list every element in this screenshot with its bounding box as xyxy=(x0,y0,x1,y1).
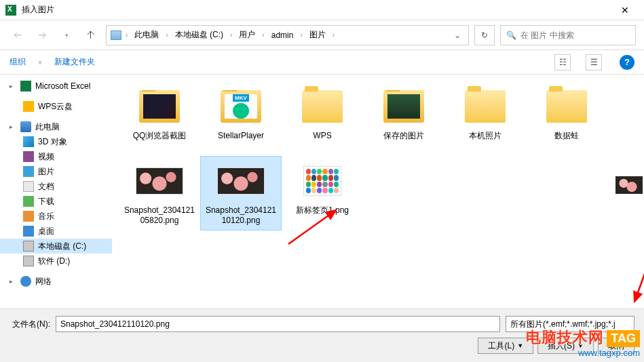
folder-icon xyxy=(23,196,34,207)
breadcrumb-seg[interactable]: 用户 xyxy=(236,28,258,42)
sidebar-item-label: 音乐 xyxy=(38,211,54,222)
chevron-right-icon: › xyxy=(124,31,129,39)
sidebar-item[interactable]: 3D 对象 xyxy=(0,134,112,149)
search-input[interactable] xyxy=(520,31,630,40)
sidebar-item[interactable]: 文档 xyxy=(0,179,112,194)
folder-icon xyxy=(20,81,31,92)
address-bar[interactable]: › 此电脑 › 本地磁盘 (C:) › 用户 › admin › 图片 › ⌄ xyxy=(106,25,469,45)
filename-input[interactable] xyxy=(56,316,500,332)
file-thumbnail xyxy=(380,86,428,127)
sidebar-item-label: WPS云盘 xyxy=(38,101,73,113)
folder-icon xyxy=(23,226,34,237)
file-item[interactable]: 本机照片 xyxy=(444,81,526,156)
excel-icon xyxy=(5,5,16,16)
folder-icon xyxy=(23,101,34,112)
separator: ▾ xyxy=(38,58,42,67)
caret-icon: ▸ xyxy=(10,123,16,130)
sidebar-item[interactable]: 图片 xyxy=(0,164,112,179)
file-thumbnail xyxy=(299,161,346,201)
file-label: 保存的图片 xyxy=(383,131,424,141)
folder-icon xyxy=(23,256,34,266)
sidebar-item[interactable]: 音乐 xyxy=(0,209,112,224)
chevron-right-icon: › xyxy=(164,31,169,39)
search-icon: 🔍 xyxy=(506,31,516,40)
window-title: 插入图片 xyxy=(22,4,611,16)
file-item[interactable]: Snapshot_230412105820.png xyxy=(119,156,200,230)
file-label: Snapshot_230412110120.png xyxy=(204,205,278,226)
chevron-right-icon: › xyxy=(299,31,303,39)
file-label: Snapshot_230412105820.png xyxy=(122,205,197,226)
view-icons-button[interactable]: ☷ xyxy=(554,54,571,71)
refresh-button[interactable]: ↻ xyxy=(474,25,495,45)
file-item[interactable]: Snapshot_230412110120.png xyxy=(200,156,282,230)
breadcrumb-seg[interactable]: 图片 xyxy=(307,28,328,42)
view-details-button[interactable]: ☰ xyxy=(586,54,602,71)
tools-button[interactable]: 工具(L)▼ xyxy=(478,338,533,354)
file-label: StellarPlayer xyxy=(218,131,264,141)
sidebar-item-label: 桌面 xyxy=(38,226,54,237)
file-list[interactable]: QQ浏览器截图MKVStellarPlayerWPS保存的图片本机照片数据蛙Sn… xyxy=(112,75,644,308)
folder-icon xyxy=(20,121,31,132)
breadcrumb-seg[interactable]: 此电脑 xyxy=(132,28,162,42)
sidebar-item[interactable]: WPS云盘 xyxy=(0,99,112,114)
file-item[interactable]: MKVStellarPlayer xyxy=(200,81,282,156)
chevron-right-icon: › xyxy=(229,31,233,39)
sidebar-item[interactable]: 下载 xyxy=(0,194,112,209)
sidebar-item[interactable]: 视频 xyxy=(0,149,112,164)
organize-button[interactable]: 组织 xyxy=(10,56,26,68)
file-thumbnail xyxy=(543,86,590,127)
sidebar-item-label: 软件 (D:) xyxy=(38,256,70,267)
sidebar-item[interactable]: ▸Microsoft Excel xyxy=(0,79,112,94)
sidebar-item[interactable]: 本地磁盘 (C:) xyxy=(0,239,112,254)
address-dropdown[interactable]: ⌄ xyxy=(451,31,464,40)
breadcrumb-seg[interactable]: 本地磁盘 (C:) xyxy=(172,28,226,42)
file-item[interactable]: 新标签页1.png xyxy=(282,156,363,230)
file-thumbnail xyxy=(217,161,265,201)
folder-icon xyxy=(23,211,34,222)
sidebar-item-label: Microsoft Excel xyxy=(35,81,90,91)
file-type-filter[interactable]: 所有图片(*.emf;*.wmf;*.jpg;*.j xyxy=(506,316,634,332)
help-button[interactable]: ? xyxy=(620,55,634,70)
file-item[interactable]: 数据蛙 xyxy=(526,81,607,156)
sidebar-item[interactable]: ▸此电脑 xyxy=(0,119,112,134)
new-folder-button[interactable]: 新建文件夹 xyxy=(54,56,95,68)
navbar: 🡠 🡢 ▾ 🡡 › 此电脑 › 本地磁盘 (C:) › 用户 › admin ›… xyxy=(0,20,644,50)
chevron-right-icon: › xyxy=(331,31,336,39)
file-label: 数据蛙 xyxy=(554,131,579,141)
footer: 文件名(N): 所有图片(*.emf;*.wmf;*.jpg;*.j 工具(L)… xyxy=(0,308,644,362)
back-button[interactable]: 🡠 xyxy=(8,26,27,45)
sidebar-item-label: 下载 xyxy=(38,196,54,207)
svg-line-1 xyxy=(634,227,644,302)
main-area: ▸Microsoft ExcelWPS云盘▸此电脑3D 对象视频图片文档下载音乐… xyxy=(0,75,644,308)
insert-button[interactable]: 插入(S)▼ xyxy=(537,338,594,354)
file-thumbnail xyxy=(136,161,183,201)
up-button[interactable]: 🡡 xyxy=(81,26,100,45)
caret-down-icon: ▼ xyxy=(577,342,584,349)
close-button[interactable]: ✕ xyxy=(611,5,639,16)
folder-icon xyxy=(23,151,34,162)
sidebar-item[interactable]: ▸网络 xyxy=(0,274,112,289)
file-item[interactable]: 保存的图片 xyxy=(363,81,444,156)
caret-down-icon: ▼ xyxy=(517,342,523,349)
sidebar-item[interactable]: 软件 (D:) xyxy=(0,254,112,268)
file-item[interactable]: QQ浏览器截图 xyxy=(119,81,200,156)
sidebar-item-label: 视频 xyxy=(38,151,54,163)
sidebar-item-label: 网络 xyxy=(35,276,52,287)
sidebar-item-label: 3D 对象 xyxy=(38,136,67,148)
file-item[interactable]: WPS xyxy=(282,81,363,156)
annotation-arrow xyxy=(621,220,644,308)
caret-icon: ▸ xyxy=(10,278,16,285)
recent-dropdown[interactable]: ▾ xyxy=(57,26,76,45)
pc-icon xyxy=(111,31,121,40)
folder-icon xyxy=(23,241,34,252)
preview-thumbnail xyxy=(615,176,643,194)
sidebar-item[interactable]: 桌面 xyxy=(0,224,112,239)
forward-button[interactable]: 🡢 xyxy=(33,26,52,45)
search-box[interactable]: 🔍 xyxy=(500,25,636,45)
file-label: WPS xyxy=(313,131,331,141)
sidebar: ▸Microsoft ExcelWPS云盘▸此电脑3D 对象视频图片文档下载音乐… xyxy=(0,75,112,308)
breadcrumb-seg[interactable]: admin xyxy=(269,29,297,41)
file-thumbnail xyxy=(461,86,509,127)
folder-icon xyxy=(23,181,34,192)
cancel-button[interactable]: 取消 xyxy=(598,338,634,354)
